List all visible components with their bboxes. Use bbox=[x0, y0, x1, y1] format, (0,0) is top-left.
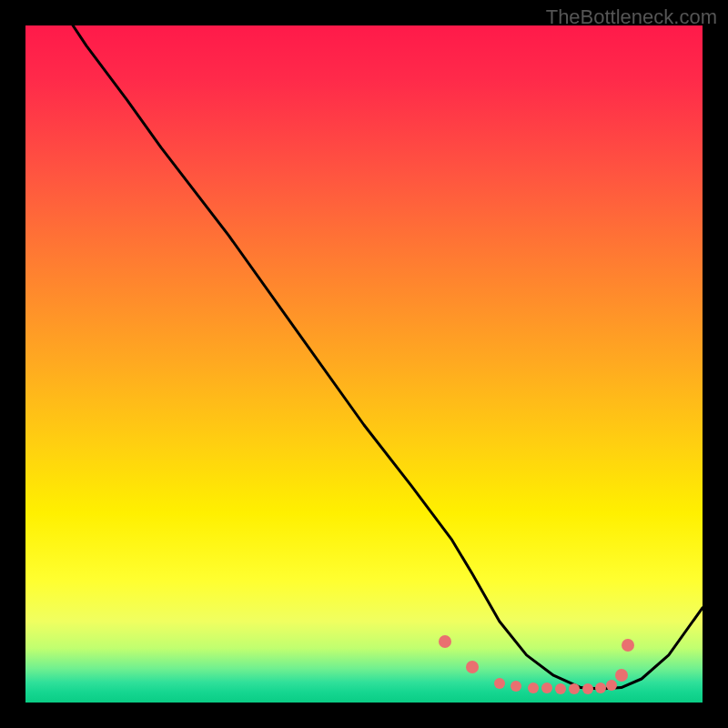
chart-marker-dot bbox=[541, 682, 552, 693]
watermark-text: TheBottleneck.com bbox=[546, 5, 717, 29]
chart-marker-dot bbox=[606, 680, 617, 691]
chart-marker-dot bbox=[494, 678, 505, 689]
chart-marker-dot bbox=[511, 681, 521, 692]
chart-marker-dot bbox=[569, 683, 580, 694]
chart-marker-dot bbox=[582, 683, 593, 694]
chart-marker-layer bbox=[25, 25, 703, 703]
chart-plot-area bbox=[25, 25, 703, 703]
chart-marker-dot bbox=[528, 682, 539, 693]
chart-marker-dot bbox=[622, 639, 634, 652]
chart-marker-dot bbox=[439, 635, 451, 648]
chart-marker-dot bbox=[555, 683, 566, 694]
chart-marker-dot bbox=[466, 661, 479, 673]
chart-marker-dot bbox=[615, 669, 628, 682]
